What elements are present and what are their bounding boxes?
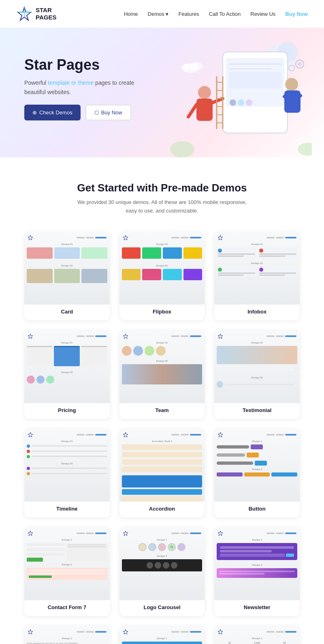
demo-card-infobox[interactable]: Design 01 Design 02	[214, 232, 300, 320]
logo-text: STAR PAGES	[36, 6, 56, 21]
demo-thumb-logo: Design 1 N Design 3	[119, 527, 205, 600]
nav-buy-now[interactable]: Buy Now	[285, 11, 308, 17]
buy-icon: ⬡	[94, 109, 99, 116]
svg-point-33	[298, 143, 312, 156]
svg-marker-37	[28, 235, 33, 240]
demo-label-button: Button	[214, 502, 300, 517]
logo-icon	[16, 6, 32, 22]
svg-marker-50	[123, 629, 128, 634]
nav-links: Home Demos ▾ Features Call To Action Rev…	[124, 11, 308, 17]
demo-label-contact: Contact Form 7	[24, 600, 110, 616]
demo-grid: Design 01 Design 02	[16, 232, 308, 616]
demo-card-row4-3[interactable]: Design 3 25 3,463 78	[214, 626, 300, 644]
demo-thumb-flipbox: Design 01 Design 02	[119, 232, 205, 305]
svg-marker-45	[218, 432, 223, 437]
demo-label-accordion: Accordion	[119, 502, 205, 517]
nav-review[interactable]: Review Us	[250, 11, 275, 17]
demo-card-pricing[interactable]: Design 01 Design 02	[24, 330, 110, 419]
navigation: STAR PAGES Home Demos ▾ Features Call To…	[0, 0, 324, 28]
demos-icon: ⊕	[32, 109, 37, 116]
hero-title: Star Pages	[24, 56, 300, 73]
demo-label-logo: Logo Carousel	[119, 600, 205, 616]
check-demos-button[interactable]: ⊕ Check Demos	[24, 105, 81, 120]
svg-marker-40	[28, 334, 33, 339]
demo-thumb-pricing: Design 01 Design 02	[24, 330, 110, 403]
svg-marker-42	[218, 334, 223, 339]
premade-section: Get Started with Pre-made Demos We provi…	[0, 157, 324, 644]
demo-thumb-timeline: Design 01 Design 02	[24, 429, 110, 502]
hero-section: Star Pages Powerful template or theme pa…	[0, 28, 324, 157]
demo-thumb-button: Design 1	[214, 429, 300, 502]
svg-marker-44	[123, 432, 128, 437]
demo-card-team[interactable]: Design 01 Design 02 Team	[119, 330, 205, 419]
svg-marker-43	[28, 432, 33, 437]
svg-marker-47	[123, 531, 128, 536]
demo-label-card: Card	[24, 305, 110, 320]
demo-label-infobox: Infobox	[214, 305, 300, 320]
demo-label-team: Team	[119, 403, 205, 419]
svg-marker-46	[28, 531, 33, 536]
hero-description: Powerful template or theme pages to crea…	[24, 78, 138, 97]
hero-content: Star Pages Powerful template or theme pa…	[24, 56, 300, 120]
svg-marker-39	[218, 235, 223, 240]
demo-thumb-row4-1: Design 1 All the appearances we have in …	[24, 626, 110, 644]
section-subtitle: We provided 30 unique demos. All of thes…	[77, 198, 247, 215]
svg-marker-48	[218, 531, 223, 536]
demo-card-card[interactable]: Design 01 Design 02	[24, 232, 110, 320]
buy-now-button[interactable]: ⬡ Buy Now	[85, 105, 131, 120]
demo-card-contact[interactable]: Design 1	[24, 527, 110, 616]
logo[interactable]: STAR PAGES	[16, 6, 56, 22]
demo-thumb-testimonial: Design 01 " Design 02 "	[214, 330, 300, 403]
nav-cta[interactable]: Call To Action	[209, 11, 241, 17]
nav-demos[interactable]: Demos ▾	[148, 11, 169, 17]
demo-card-flipbox[interactable]: Design 01 Design 02	[119, 232, 205, 320]
demo-thumb-accordion: Accordion Style 1	[119, 429, 205, 502]
demo-card-row4-2[interactable]: Design 1	[119, 626, 205, 644]
demo-thumb-infobox: Design 01 Design 02	[214, 232, 300, 305]
demo-label-timeline: Timeline	[24, 502, 110, 517]
demo-label-flipbox: Flipbox	[119, 305, 205, 320]
nav-features[interactable]: Features	[178, 11, 199, 17]
demo-thumb-row4-2: Design 1	[119, 626, 205, 644]
svg-marker-49	[28, 629, 33, 634]
demo-card-row4-1[interactable]: Design 1 All the appearances we have in …	[24, 626, 110, 644]
demo-card-timeline[interactable]: Design 01 Design 02 Timeline	[24, 429, 110, 517]
demo-card-newsletter[interactable]: Design 1 Design 2	[214, 527, 300, 616]
svg-marker-51	[218, 629, 223, 634]
hero-buttons: ⊕ Check Demos ⬡ Buy Now	[24, 105, 300, 120]
svg-point-32	[170, 141, 194, 157]
section-title: Get Started with Pre-made Demos	[16, 182, 308, 194]
demo-thumb-contact: Design 1	[24, 527, 110, 600]
hero-highlight: template or theme	[48, 79, 94, 86]
demo-thumb-team: Design 01 Design 02	[119, 330, 205, 403]
demo-label-pricing: Pricing	[24, 403, 110, 419]
demo-label-newsletter: Newsletter	[214, 600, 300, 616]
svg-marker-41	[123, 334, 128, 339]
demo-card-accordion[interactable]: Accordion Style 1 Accordion	[119, 429, 205, 517]
demo-thumb-row4-3: Design 3 25 3,463 78	[214, 626, 300, 644]
demo-card-button[interactable]: Design 1	[214, 429, 300, 517]
demo-label-testimonial: Testimonial	[214, 403, 300, 419]
demo-thumb-newsletter: Design 1 Design 2	[214, 527, 300, 600]
demo-thumb-card: Design 01 Design 02	[24, 232, 110, 305]
demo-card-testimonial[interactable]: Design 01 " Design 02 " Testimonial	[214, 330, 300, 419]
svg-marker-38	[123, 235, 128, 240]
demo-card-logo[interactable]: Design 1 N Design 3	[119, 527, 205, 616]
nav-home[interactable]: Home	[124, 11, 138, 17]
